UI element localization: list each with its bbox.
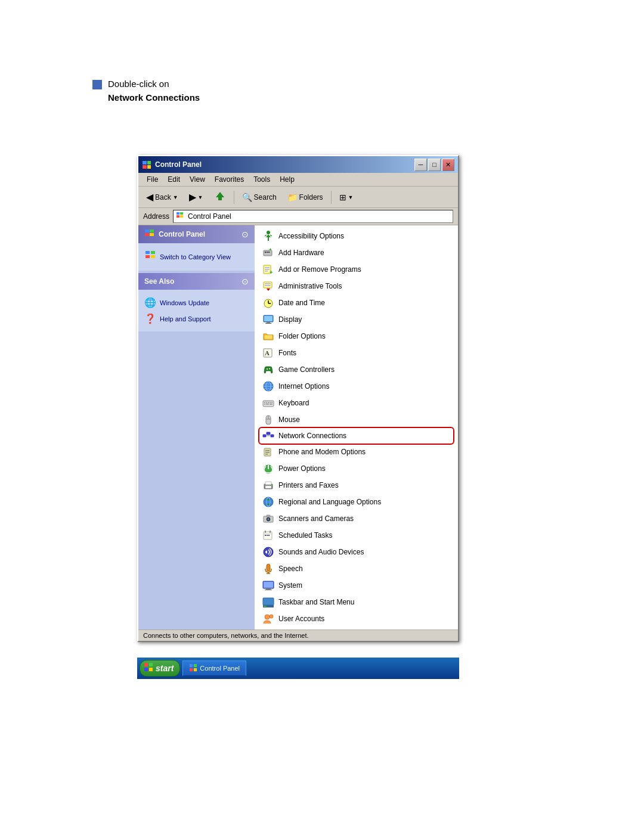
add-remove-icon: + bbox=[262, 263, 275, 276]
status-text: Connects to other computers, networks, a… bbox=[143, 632, 309, 639]
menu-view[interactable]: View bbox=[186, 174, 209, 185]
menu-edit[interactable]: Edit bbox=[164, 174, 184, 185]
see-also-section: See Also ⊙ 🌐 Windows Update ❓ Help and S… bbox=[138, 273, 255, 331]
folders-label: Folders bbox=[299, 193, 323, 201]
menu-help[interactable]: Help bbox=[276, 174, 298, 185]
svg-rect-6 bbox=[177, 212, 179, 215]
control-panel-header[interactable]: Control Panel ⊙ bbox=[138, 225, 255, 243]
help-support-link[interactable]: ❓ Help and Support bbox=[144, 311, 249, 327]
svg-rect-102 bbox=[149, 663, 153, 666]
svg-rect-0 bbox=[143, 161, 147, 165]
back-label: Back bbox=[155, 193, 171, 201]
taskbar-cp-icon bbox=[189, 664, 197, 673]
svg-rect-94 bbox=[266, 588, 271, 590]
views-button[interactable]: ⊞ ▼ bbox=[335, 191, 358, 204]
item-date-time[interactable]: Date and Time bbox=[259, 294, 453, 311]
folders-button[interactable]: 📁 Folders bbox=[283, 191, 327, 204]
forward-button[interactable]: ▶ ▼ bbox=[185, 190, 208, 204]
switch-to-category-link[interactable]: Switch to Category View bbox=[144, 248, 249, 266]
bullet-square bbox=[92, 80, 102, 89]
item-scheduled-tasks[interactable]: Scheduled Tasks bbox=[259, 527, 453, 544]
item-fonts[interactable]: A Fonts bbox=[259, 345, 453, 361]
item-taskbar-start-menu[interactable]: Taskbar and Start Menu bbox=[259, 594, 453, 610]
svg-rect-11 bbox=[150, 230, 154, 232]
taskbar: start Control Panel bbox=[137, 658, 459, 679]
svg-rect-1 bbox=[147, 161, 151, 165]
svg-rect-88 bbox=[268, 535, 270, 536]
svg-rect-85 bbox=[264, 534, 272, 534]
item-phone-modem[interactable]: Phone and Modem Options bbox=[259, 444, 453, 460]
item-mouse[interactable]: Mouse bbox=[259, 411, 453, 428]
taskbar-control-panel[interactable]: Control Panel bbox=[182, 661, 246, 676]
views-icon: ⊞ bbox=[339, 193, 346, 202]
svg-rect-37 bbox=[267, 322, 270, 323]
keyboard-icon bbox=[262, 396, 275, 410]
item-game-controllers[interactable]: Game Controllers bbox=[259, 361, 453, 378]
svg-rect-7 bbox=[180, 212, 183, 215]
item-accessibility[interactable]: Accessibility Options bbox=[259, 228, 453, 244]
item-sounds-audio[interactable]: Sounds and Audio Devices bbox=[259, 544, 453, 560]
windows-update-link[interactable]: 🌐 Windows Update bbox=[144, 294, 249, 311]
maximize-button[interactable]: □ bbox=[428, 159, 441, 171]
instruction-text: Double-click on Network Connections bbox=[108, 77, 200, 104]
item-system[interactable]: System bbox=[259, 577, 453, 594]
scheduled-tasks-icon bbox=[262, 529, 275, 542]
menu-favorites[interactable]: Favorites bbox=[211, 174, 247, 185]
svg-rect-31 bbox=[265, 285, 271, 286]
svg-rect-68 bbox=[265, 450, 270, 451]
back-button[interactable]: ◀ Back ▼ bbox=[142, 190, 182, 204]
up-button[interactable] bbox=[210, 188, 230, 206]
collapse-icon: ⊙ bbox=[242, 230, 249, 239]
see-also-header[interactable]: See Also ⊙ bbox=[138, 273, 255, 290]
svg-rect-2 bbox=[143, 165, 147, 169]
minimize-button[interactable]: ─ bbox=[414, 159, 427, 171]
address-input[interactable]: Control Panel bbox=[173, 210, 453, 223]
svg-text:+: + bbox=[270, 269, 273, 275]
title-bar-buttons: ─ □ ✕ bbox=[414, 159, 454, 171]
game-controllers-icon bbox=[262, 363, 275, 376]
svg-rect-5 bbox=[218, 197, 222, 200]
close-button[interactable]: ✕ bbox=[442, 159, 454, 171]
item-folder-options[interactable]: Folder Options bbox=[259, 328, 453, 345]
search-button[interactable]: 🔍 Search bbox=[238, 191, 281, 204]
svg-rect-53 bbox=[268, 402, 269, 403]
toolbar: ◀ Back ▼ ▶ ▼ 🔍 Search 📁 Folders bbox=[138, 187, 458, 208]
svg-point-18 bbox=[267, 231, 270, 234]
title-bar: Control Panel ─ □ ✕ bbox=[138, 156, 458, 173]
svg-rect-21 bbox=[267, 252, 268, 253]
scanners-icon bbox=[262, 512, 275, 525]
svg-text:A: A bbox=[265, 349, 270, 356]
address-label: Address bbox=[143, 212, 169, 221]
svg-rect-17 bbox=[151, 255, 155, 258]
item-regional-language[interactable]: Regional and Language Options bbox=[259, 494, 453, 510]
item-user-accounts[interactable]: User Accounts bbox=[259, 610, 453, 627]
printers-icon bbox=[262, 479, 275, 492]
item-admin-tools[interactable]: Administrative Tools bbox=[259, 278, 453, 294]
svg-rect-108 bbox=[194, 668, 197, 671]
item-speech[interactable]: Speech bbox=[259, 560, 453, 577]
item-add-remove-programs[interactable]: + Add or Remove Programs bbox=[259, 261, 453, 278]
item-display[interactable]: Display bbox=[259, 311, 453, 328]
svg-rect-86 bbox=[265, 535, 266, 536]
svg-rect-87 bbox=[267, 535, 268, 536]
regional-icon bbox=[262, 495, 275, 509]
item-add-hardware[interactable]: + Add Hardware bbox=[259, 244, 453, 261]
menu-file[interactable]: File bbox=[143, 174, 162, 185]
item-keyboard[interactable]: Keyboard bbox=[259, 395, 453, 411]
item-network-connections[interactable]: Network Connections bbox=[259, 428, 453, 444]
svg-rect-36 bbox=[264, 316, 273, 321]
menu-tools[interactable]: Tools bbox=[250, 174, 274, 185]
window-icon bbox=[142, 160, 151, 169]
item-internet-options[interactable]: Internet Options bbox=[259, 378, 453, 395]
item-power-options[interactable]: Power Options bbox=[259, 460, 453, 477]
address-bar: Address Control Panel bbox=[138, 208, 458, 225]
item-printers-faxes[interactable]: Printers and Faxes bbox=[259, 477, 453, 494]
search-label: Search bbox=[254, 193, 277, 201]
start-button[interactable]: start bbox=[140, 660, 180, 677]
svg-rect-38 bbox=[265, 323, 271, 324]
admin-tools-icon bbox=[262, 280, 275, 293]
item-scanners-cameras[interactable]: Scanners and Cameras bbox=[259, 510, 453, 527]
back-arrow-icon: ◀ bbox=[146, 191, 153, 203]
svg-point-100 bbox=[270, 615, 273, 618]
svg-rect-16 bbox=[145, 255, 150, 258]
